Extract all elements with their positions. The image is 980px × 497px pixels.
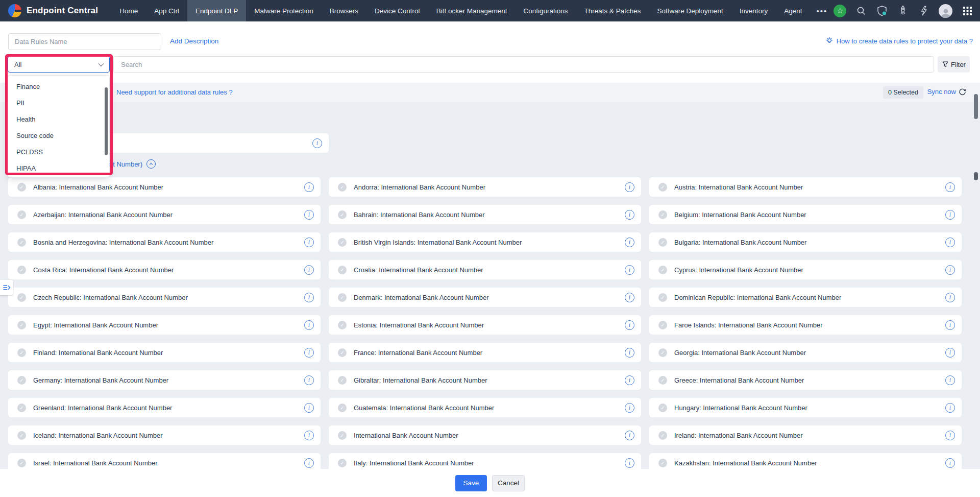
rule-card[interactable]: ✓Georgia: International Bank Account Num… xyxy=(649,343,962,362)
check-circle-icon[interactable]: ✓ xyxy=(338,321,347,329)
info-icon[interactable]: i xyxy=(304,182,314,192)
rule-card[interactable]: ✓Albania: International Bank Account Num… xyxy=(8,177,321,197)
info-icon[interactable]: i xyxy=(945,431,955,440)
page-scrollbar-thumb[interactable] xyxy=(974,94,978,119)
check-circle-icon[interactable]: ✓ xyxy=(338,431,347,440)
info-icon[interactable]: i xyxy=(945,348,955,358)
dropdown-option-hipaa[interactable]: HIPAA xyxy=(8,160,109,176)
rule-card[interactable]: ✓Greenland: International Bank Account N… xyxy=(8,398,321,417)
check-circle-icon[interactable]: ✓ xyxy=(338,404,347,412)
rule-card[interactable]: ✓Bulgaria: International Bank Account Nu… xyxy=(649,232,962,252)
check-circle-icon[interactable]: ✓ xyxy=(17,376,26,385)
rule-card[interactable]: ✓Egypt: International Bank Account Numbe… xyxy=(8,315,321,335)
category-select[interactable]: All xyxy=(8,56,110,73)
info-icon[interactable]: i xyxy=(945,458,955,468)
rule-card[interactable]: ✓Gibraltar: International Bank Account N… xyxy=(329,370,641,390)
rule-card[interactable]: ✓Czech Republic: International Bank Acco… xyxy=(8,288,321,307)
rule-card[interactable]: ✓Denmark: International Bank Account Num… xyxy=(329,288,641,307)
rule-card[interactable]: ✓Austria: International Bank Account Num… xyxy=(649,177,962,197)
info-icon[interactable]: i xyxy=(625,238,634,247)
add-description-link[interactable]: Add Description xyxy=(170,37,218,45)
check-circle-icon[interactable]: ✓ xyxy=(338,293,347,302)
check-circle-icon[interactable]: ✓ xyxy=(17,183,26,192)
nav-tab-app-ctrl[interactable]: App Ctrl xyxy=(146,0,187,21)
nav-tab-agent[interactable]: Agent xyxy=(776,0,810,21)
save-button[interactable]: Save xyxy=(455,475,487,491)
user-avatar[interactable] xyxy=(939,4,952,18)
check-circle-icon[interactable]: ✓ xyxy=(338,210,347,219)
check-circle-icon[interactable]: ✓ xyxy=(338,376,347,385)
check-circle-icon[interactable]: ✓ xyxy=(338,183,347,192)
dropdown-scrollbar-thumb[interactable] xyxy=(105,87,108,155)
info-icon[interactable]: i xyxy=(945,182,955,192)
nav-tab-software-deployment[interactable]: Software Deployment xyxy=(649,0,731,21)
check-circle-icon[interactable]: ✓ xyxy=(658,238,667,247)
nav-tab-bitlocker-management[interactable]: BitLocker Management xyxy=(428,0,516,21)
info-icon[interactable]: i xyxy=(304,320,314,330)
rule-card[interactable]: ✓Greece: International Bank Account Numb… xyxy=(649,370,962,390)
nav-tab-home[interactable]: Home xyxy=(111,0,146,21)
dropdown-option-pci-dss[interactable]: PCI DSS xyxy=(8,144,109,160)
info-icon[interactable]: i xyxy=(625,403,634,413)
info-icon[interactable]: i xyxy=(304,210,314,220)
check-circle-icon[interactable]: ✓ xyxy=(658,266,667,274)
info-icon[interactable]: i xyxy=(625,293,634,302)
check-circle-icon[interactable]: ✓ xyxy=(17,266,26,274)
check-circle-icon[interactable]: ✓ xyxy=(658,210,667,219)
info-icon[interactable]: i xyxy=(304,403,314,413)
rewards-star-icon[interactable]: ☆ xyxy=(834,5,846,17)
rule-card[interactable]: ✓Cyprus: International Bank Account Numb… xyxy=(649,260,962,279)
check-circle-icon[interactable]: ✓ xyxy=(658,431,667,440)
check-circle-icon[interactable]: ✓ xyxy=(658,183,667,192)
rule-card[interactable]: ✓Guatemala: International Bank Account N… xyxy=(329,398,641,417)
check-circle-icon[interactable]: ✓ xyxy=(338,459,347,467)
info-icon[interactable]: i xyxy=(945,210,955,220)
collapse-section-icon[interactable] xyxy=(146,159,156,169)
nav-tab-inventory[interactable]: Inventory xyxy=(731,0,776,21)
sync-now-link[interactable]: Sync now xyxy=(927,88,966,96)
nav-tab-device-control[interactable]: Device Control xyxy=(366,0,428,21)
rule-card[interactable]: ✓Bahrain: International Bank Account Num… xyxy=(329,205,641,224)
info-icon[interactable]: i xyxy=(304,458,314,468)
info-icon[interactable]: i xyxy=(304,375,314,385)
search-input[interactable] xyxy=(113,56,934,73)
info-icon[interactable]: i xyxy=(625,265,634,275)
rule-card[interactable]: ✓Finland: International Bank Account Num… xyxy=(8,343,321,362)
info-icon[interactable]: i xyxy=(945,403,955,413)
rule-card[interactable]: ✓Germany: International Bank Account Num… xyxy=(8,370,321,390)
info-icon[interactable]: i xyxy=(304,431,314,440)
inner-scrollbar-thumb[interactable] xyxy=(974,172,978,180)
check-circle-icon[interactable]: ✓ xyxy=(658,404,667,412)
rule-card[interactable]: ✓Andorra: International Bank Account Num… xyxy=(329,177,641,197)
rule-card[interactable]: ✓Iceland: International Bank Account Num… xyxy=(8,425,321,445)
info-icon[interactable]: i xyxy=(945,293,955,302)
dropdown-option-finance[interactable]: Finance xyxy=(8,78,109,94)
check-circle-icon[interactable]: ✓ xyxy=(658,321,667,329)
help-link[interactable]: How to create data rules to protect your… xyxy=(825,37,973,45)
rule-card[interactable]: ✓Estonia: International Bank Account Num… xyxy=(329,315,641,335)
check-circle-icon[interactable]: ✓ xyxy=(17,293,26,302)
info-icon[interactable]: i xyxy=(945,375,955,385)
check-circle-icon[interactable]: ✓ xyxy=(17,210,26,219)
rule-card[interactable]: ✓Croatia: International Bank Account Num… xyxy=(329,260,641,279)
check-circle-icon[interactable]: ✓ xyxy=(17,238,26,247)
check-circle-icon[interactable]: ✓ xyxy=(338,348,347,357)
check-circle-icon[interactable]: ✓ xyxy=(17,459,26,467)
nav-tab-configurations[interactable]: Configurations xyxy=(515,0,576,21)
info-icon[interactable]: i xyxy=(945,265,955,275)
check-circle-icon[interactable]: ✓ xyxy=(17,321,26,329)
rule-card[interactable]: ✓International Bank Account Numberi xyxy=(329,425,641,445)
info-icon[interactable]: i xyxy=(625,458,634,468)
nav-tab-endpoint-dlp[interactable]: Endpoint DLP xyxy=(187,0,246,21)
nav-tab-browsers[interactable]: Browsers xyxy=(322,0,366,21)
info-icon[interactable]: i xyxy=(304,265,314,275)
check-circle-icon[interactable]: ✓ xyxy=(17,404,26,412)
info-icon[interactable]: i xyxy=(625,348,634,358)
info-icon[interactable]: i xyxy=(625,375,634,385)
dropdown-option-pii[interactable]: PII xyxy=(8,94,109,111)
rule-card[interactable]: ✓Azerbaijan: International Bank Account … xyxy=(8,205,321,224)
security-shield-icon[interactable] xyxy=(876,5,888,17)
check-circle-icon[interactable]: ✓ xyxy=(17,348,26,357)
rule-card[interactable]: ✓Faroe Islands: International Bank Accou… xyxy=(649,315,962,335)
info-icon[interactable]: i xyxy=(945,320,955,330)
